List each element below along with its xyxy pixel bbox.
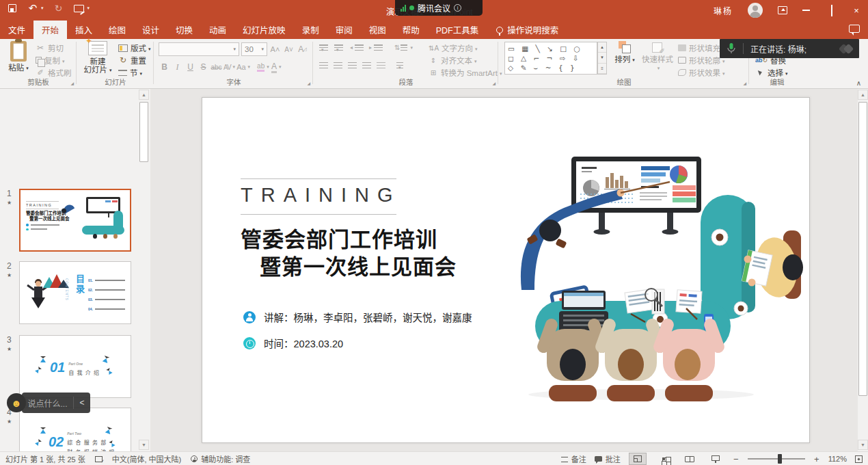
tab-file[interactable]: 文件 <box>0 21 33 39</box>
notes-button[interactable]: 备注 <box>561 453 586 464</box>
new-slide-button[interactable]: 新建幻灯片 <box>80 41 116 81</box>
zoom-in-button[interactable]: + <box>813 454 820 464</box>
tab-transitions[interactable]: 切换 <box>167 21 201 39</box>
slide-thumbnail-3[interactable]: 01 Part One自 我 介 绍 <box>19 335 131 398</box>
strikethrough-button[interactable] <box>211 61 222 73</box>
increase-indent-button[interactable] <box>374 44 383 51</box>
shrink-font-button[interactable] <box>283 43 295 55</box>
highlight-color-button[interactable] <box>257 61 269 73</box>
slide-area-scrollbar[interactable]: ▲ ▼ <box>858 89 868 451</box>
meeting-chat-input[interactable]: 说点什么... <box>22 397 73 409</box>
shadow-button[interactable] <box>198 61 209 73</box>
zoom-out-button[interactable]: − <box>733 454 740 464</box>
qat-customize-button[interactable]: ▾ <box>87 5 90 11</box>
distribute-button[interactable] <box>377 62 385 69</box>
text-direction-button[interactable]: ⇅A文字方向 <box>429 42 502 54</box>
slide-canvas[interactable]: TRAINING 管委会部门工作培训 暨第一次线上见面会 讲解：杨琳，李卓阳，张… <box>202 97 810 443</box>
thumbnail-scroll-down-icon[interactable]: ▼ <box>139 440 149 450</box>
quick-styles-button[interactable]: 快速样式 <box>640 41 675 81</box>
ribbon-display-options-icon[interactable] <box>778 6 787 14</box>
thumbnail-scrollbar-thumb[interactable] <box>139 102 148 162</box>
meeting-info-icon[interactable]: i <box>454 4 461 12</box>
align-center-button[interactable] <box>334 62 342 69</box>
restore-button[interactable] <box>827 5 837 16</box>
zoom-level[interactable]: 112% <box>828 455 847 463</box>
tab-home[interactable]: 开始 <box>33 21 67 39</box>
shapes-gallery-scroll[interactable]: ▲▼≡ <box>597 42 607 75</box>
tab-slideshow[interactable]: 幻灯片放映 <box>234 21 294 39</box>
italic-button[interactable] <box>172 61 183 73</box>
shape-outline-button[interactable]: 形状轮廓 <box>678 54 725 66</box>
clipboard-dialog-launcher[interactable]: ◢ <box>70 81 74 85</box>
tab-pdf-tools[interactable]: PDF工具集 <box>428 21 487 39</box>
chat-collapse-button[interactable]: < <box>74 398 90 408</box>
thumbnail-scrollbar[interactable]: ▲ ▼ <box>139 89 149 451</box>
shape-fill-button[interactable]: 形状填充 <box>678 42 725 54</box>
paste-button[interactable]: 粘贴 <box>3 41 34 81</box>
normal-view-button[interactable] <box>629 453 647 465</box>
bold-button[interactable] <box>159 61 170 73</box>
tab-draw[interactable]: 绘图 <box>100 21 134 39</box>
start-presentation-button[interactable] <box>74 3 85 14</box>
tab-insert[interactable]: 插入 <box>67 21 100 39</box>
save-button[interactable] <box>7 3 18 14</box>
slide-thumbnail-4[interactable]: 02 Part Two综 合 服 务 部财 务 报 销 流 程 <box>19 408 131 451</box>
slideshow-view-button[interactable] <box>707 453 724 465</box>
zoom-slider[interactable] <box>748 458 805 460</box>
grow-font-button[interactable] <box>269 43 281 55</box>
slide-thumbnail-1[interactable]: TRAINING 管委会部门工作培训 暨第一次线上见面会 <box>19 189 131 252</box>
align-left-button[interactable] <box>319 62 328 69</box>
account-avatar[interactable] <box>748 3 763 18</box>
tab-record[interactable]: 录制 <box>294 21 327 39</box>
arrange-button[interactable]: 排列 <box>611 41 638 81</box>
slide-scroll-down-icon[interactable]: ▼ <box>858 440 868 450</box>
minimize-button[interactable] <box>802 10 812 11</box>
shapes-gallery[interactable]: ▭ ▦ ╲ ↘ □ ○ ◻ △ ⌐ ¬ ⇨ ⇩ ◇ ✎ ⌣ ~ { } ▲▼≡ <box>504 42 597 75</box>
layout-button[interactable]: 版式 <box>118 42 151 54</box>
font-color-button[interactable] <box>271 61 282 73</box>
thumbnail-scroll-up-icon[interactable]: ▲ <box>139 90 149 100</box>
undo-button[interactable] <box>27 3 38 14</box>
columns-button[interactable] <box>396 62 403 69</box>
accessibility-status[interactable]: 辅助功能: 调查 <box>191 453 250 464</box>
tab-help[interactable]: 帮助 <box>394 21 428 39</box>
drawing-dialog-launcher[interactable]: ◢ <box>743 81 746 85</box>
account-name[interactable]: 琳杨 <box>714 5 733 16</box>
font-size-combo[interactable]: 30 <box>241 42 267 56</box>
slide-sorter-view-button[interactable] <box>655 453 673 465</box>
comments-button[interactable]: 批注 <box>595 453 621 464</box>
underline-button[interactable] <box>185 61 196 73</box>
tell-me-search[interactable]: 操作说明搜索 <box>496 21 558 39</box>
tab-review[interactable]: 审阅 <box>327 21 361 39</box>
fit-slide-to-window-icon[interactable] <box>855 455 863 463</box>
font-dialog-launcher[interactable]: ◢ <box>307 81 310 85</box>
decrease-indent-button[interactable] <box>355 44 364 51</box>
paragraph-dialog-launcher[interactable]: ◢ <box>492 81 496 85</box>
justify-button[interactable] <box>362 62 371 69</box>
slide-thumbnail-2[interactable]: CONTENTS 目录 01. 02. 03. 04. <box>19 261 131 324</box>
tab-animations[interactable]: 动画 <box>201 21 234 39</box>
close-button[interactable]: × <box>852 5 861 16</box>
slide-scrollbar-thumb[interactable] <box>858 102 867 396</box>
slide-scroll-up-icon[interactable]: ▲ <box>858 90 868 100</box>
undo-dropdown-icon[interactable]: ▾ <box>41 5 44 11</box>
redo-button[interactable] <box>53 3 64 14</box>
spellcheck-icon[interactable] <box>95 456 103 462</box>
reading-view-button[interactable] <box>681 453 699 465</box>
align-right-button[interactable] <box>348 62 357 69</box>
change-case-button[interactable] <box>236 61 250 73</box>
reset-button[interactable]: 重置 <box>118 54 151 66</box>
comments-bubble-icon[interactable] <box>849 25 860 33</box>
tab-view[interactable]: 视图 <box>361 21 394 39</box>
character-spacing-button[interactable] <box>223 61 235 73</box>
emoji-button[interactable] <box>7 393 26 412</box>
copy-button[interactable]: 复制 <box>36 54 72 66</box>
tencent-meeting-pill[interactable]: 腾讯会议 i <box>395 0 483 16</box>
line-spacing-button[interactable] <box>394 44 413 51</box>
cut-button[interactable]: 剪切 <box>36 42 72 54</box>
numbering-button[interactable] <box>334 44 343 51</box>
collapse-ribbon-icon[interactable]: ∧ <box>856 79 861 87</box>
tab-design[interactable]: 设计 <box>134 21 167 39</box>
bullets-button[interactable] <box>319 44 328 51</box>
zoom-slider-thumb[interactable] <box>778 454 782 464</box>
